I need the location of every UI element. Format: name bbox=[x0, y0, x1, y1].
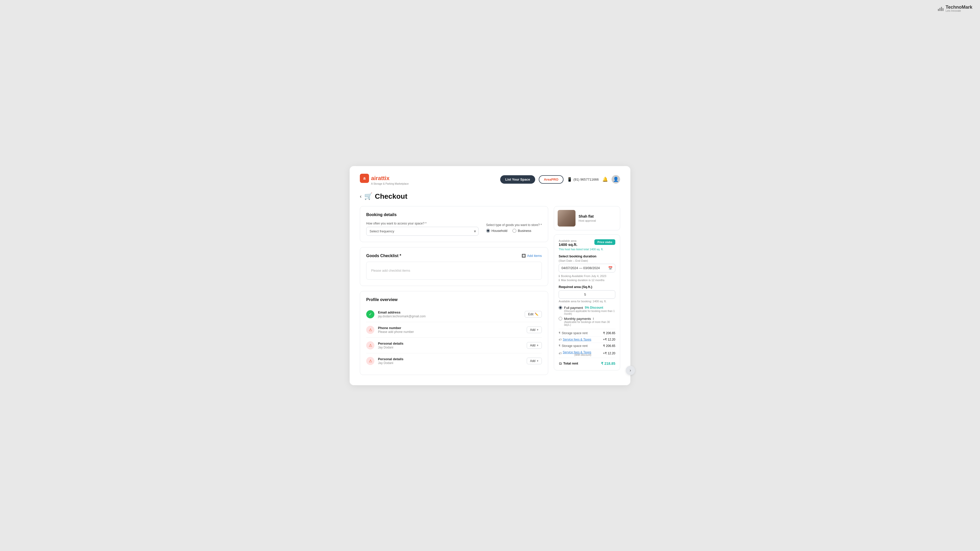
available-value: 1400 sq.ft. bbox=[558, 242, 577, 247]
goods-checklist-card: Goods Checklist * 🔲 Add items Please add… bbox=[360, 247, 548, 286]
add-items-icon: 🔲 bbox=[522, 254, 526, 258]
personal1-warn-icon: ⚠ bbox=[366, 341, 374, 349]
monthly-note: (Applicable for bookings of more than 30… bbox=[564, 321, 615, 326]
phone-add-button[interactable]: Add + bbox=[527, 327, 542, 333]
email-info: Email address jay.dodani.technomark@gmai… bbox=[378, 310, 521, 318]
radio-business-input[interactable] bbox=[512, 229, 516, 233]
booking-row: How often you want to access your space?… bbox=[366, 222, 542, 236]
required-area-input[interactable] bbox=[558, 290, 615, 299]
personal2-label: Personal details bbox=[378, 357, 523, 361]
logo-tagline: A Storage & Parking Marketplace bbox=[371, 183, 409, 185]
add-items-button[interactable]: 🔲 Add items bbox=[522, 254, 542, 258]
header-right: List Your Space AreaPRO 📱 (91) 965771166… bbox=[500, 175, 620, 184]
phone-add-icon: + bbox=[537, 328, 538, 332]
full-payment-text: Full payment bbox=[564, 306, 583, 310]
price-row-2: 🏷 Service fees & Taxes +₹ 12.20 bbox=[558, 337, 615, 343]
monthly-payment-radio[interactable] bbox=[558, 317, 562, 321]
full-payment-label[interactable]: Full payment 5% Discount bbox=[558, 306, 615, 310]
booking-available-note: ℹ Booking Available From July 4, 2023 bbox=[558, 275, 615, 278]
frequency-select-wrapper: Select frequency Daily Weekly Monthly ▾ bbox=[366, 227, 479, 236]
service-link-1[interactable]: Service fees & Taxes bbox=[563, 338, 591, 341]
radio-household[interactable]: Household bbox=[486, 229, 508, 233]
frequency-label: How often you want to access your space?… bbox=[366, 222, 479, 225]
monthly-info-icon: ℹ bbox=[593, 317, 594, 321]
checklist-title: Goods Checklist * bbox=[366, 254, 401, 258]
scroll-button[interactable]: › bbox=[626, 366, 635, 375]
tag-icon-2: 🏷 bbox=[558, 352, 562, 355]
profile-email-item: ✓ Email address jay.dodani.technomark@gm… bbox=[366, 306, 542, 322]
email-value: jay.dodani.technomark@gmail.com bbox=[378, 314, 521, 318]
personal2-info: Personal details Jay Dodani bbox=[378, 357, 523, 365]
profile-phone-item: ⚠ Phone number Please add phone number A… bbox=[366, 322, 542, 338]
profile-personal-item-1: ⚠ Personal details Jay Dodani Add + bbox=[366, 338, 542, 353]
checklist-header: Goods Checklist * 🔲 Add items bbox=[366, 254, 542, 258]
email-edit-button[interactable]: Edit ✏️ bbox=[525, 311, 542, 318]
available-area-info: Available area 1400 sq.ft. bbox=[558, 239, 577, 247]
cart-icon: 🛒 bbox=[364, 192, 372, 200]
available-label: Available area bbox=[558, 239, 577, 242]
main-card: a airattix A Storage & Parking Marketpla… bbox=[350, 166, 630, 385]
available-area-row: Available area 1400 sq.ft. Price slabs bbox=[558, 239, 615, 247]
space-sub: Host approval bbox=[579, 219, 596, 222]
phone-warn-icon: ⚠ bbox=[366, 326, 374, 334]
personal1-add-label: Add bbox=[530, 344, 535, 347]
info-icon-2: ℹ bbox=[558, 279, 560, 282]
phone-area: 📱 (91) 9657711666 bbox=[567, 177, 599, 182]
date-range-value: 04/07/2024 — 03/08/2024 bbox=[562, 266, 600, 270]
personal2-add-icon: + bbox=[537, 359, 538, 363]
brand-sub: Lets Innovate bbox=[945, 10, 972, 12]
space-image bbox=[558, 210, 576, 227]
personal2-warn-icon: ⚠ bbox=[366, 357, 374, 365]
date-input-row[interactable]: 04/07/2024 — 03/08/2024 📅 bbox=[558, 264, 615, 272]
goods-type-label: Select type of goods you want to store? … bbox=[486, 223, 542, 227]
price-text-1: Storage space rent bbox=[562, 331, 587, 335]
personal2-add-button[interactable]: Add + bbox=[527, 358, 542, 364]
full-payment-radio[interactable] bbox=[558, 306, 562, 310]
info-icon-1: ℹ bbox=[558, 275, 560, 278]
page-title: Checkout bbox=[375, 192, 407, 200]
back-button[interactable]: ‹ bbox=[360, 193, 362, 199]
calendar-icon: 📅 bbox=[608, 266, 612, 270]
phone-info: Phone number Please add phone number bbox=[378, 326, 523, 333]
booking-available-text: Booking Available From July 4, 2023 bbox=[561, 275, 606, 278]
logo-area: a airattix A Storage & Parking Marketpla… bbox=[360, 174, 409, 185]
max-booking-note: ℹ Max booking duration is 12 months bbox=[558, 279, 615, 282]
rupee-icon-1: ₹ bbox=[558, 331, 560, 335]
avatar[interactable]: 👤 bbox=[611, 175, 620, 184]
radio-household-input[interactable] bbox=[486, 229, 490, 233]
add-items-label: Add items bbox=[527, 254, 542, 258]
personal1-add-button[interactable]: Add + bbox=[527, 342, 542, 349]
phone-label: Phone number bbox=[378, 326, 523, 330]
personal2-add-label: Add bbox=[530, 359, 535, 363]
bell-button[interactable]: 🔔 bbox=[602, 176, 608, 182]
total-value: ₹ 218.85 bbox=[601, 362, 615, 365]
price-text-3: Storage space rent bbox=[562, 344, 587, 348]
main-layout: Booking details How often you want to ac… bbox=[360, 206, 620, 375]
list-space-button[interactable]: List Your Space bbox=[500, 175, 535, 184]
booking-duration-title: Select booking duration bbox=[558, 254, 615, 258]
space-card: Shah flat Host approval bbox=[554, 206, 620, 230]
email-check-icon: ✓ bbox=[366, 310, 374, 318]
profile-overview-title: Profile overview bbox=[366, 297, 542, 302]
price-slabs-button[interactable]: Price slabs bbox=[594, 239, 615, 245]
monthly-payment-label[interactable]: Monthly payments ℹ bbox=[558, 317, 615, 321]
max-booking-text: Max booking duration is 12 months bbox=[561, 279, 605, 282]
personal1-value: Jay Dodani bbox=[378, 346, 523, 349]
areapro-button[interactable]: AreaPRO bbox=[539, 175, 563, 184]
phone-value: Please add phone number bbox=[378, 330, 523, 333]
price-value-2: +₹ 12.20 bbox=[603, 338, 615, 341]
host-note: This host has listed total 1400 sq. ft. bbox=[558, 248, 615, 251]
frequency-select[interactable]: Select frequency Daily Weekly Monthly bbox=[366, 227, 479, 236]
radio-options: Household Business bbox=[486, 229, 531, 233]
required-area-label: Required area (Sq.ft.) bbox=[558, 285, 615, 289]
business-label: Business bbox=[518, 229, 531, 233]
page-title-row: ‹ 🛒 Checkout bbox=[360, 192, 620, 200]
tag-icon-1: 🏷 bbox=[558, 338, 562, 341]
space-name: Shah flat bbox=[579, 214, 596, 218]
logo-row: a airattix bbox=[360, 174, 409, 183]
radio-business[interactable]: Business bbox=[512, 229, 531, 233]
personal1-label: Personal details bbox=[378, 341, 523, 345]
price-value-4: +₹ 12.20 bbox=[603, 351, 615, 355]
booking-details-card: Booking details How often you want to ac… bbox=[360, 206, 548, 242]
right-panel: Available area 1400 sq.ft. Price slabs T… bbox=[554, 234, 620, 370]
